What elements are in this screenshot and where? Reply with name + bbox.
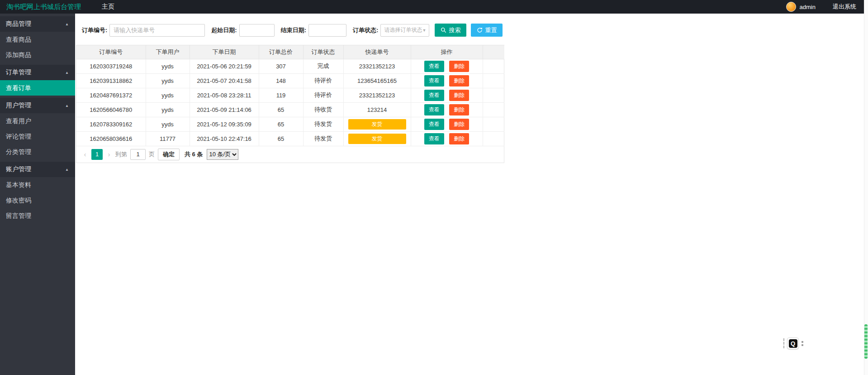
cell-total: 119 (259, 88, 303, 102)
search-button-label: 搜索 (449, 26, 460, 34)
order-no-label: 订单编号: (82, 26, 107, 34)
sidebar-group-label: 商品管理 (6, 20, 31, 28)
view-button[interactable]: 查看 (424, 61, 444, 72)
scrollbar-thumb[interactable] (864, 324, 868, 359)
cell-status: 待收货 (303, 102, 343, 117)
col-total: 订单总价 (259, 45, 303, 59)
nav-home-link[interactable]: 主页 (102, 3, 114, 11)
page-size-select[interactable]: 10 条/页 (207, 149, 238, 160)
ime-icon: Q (789, 339, 797, 348)
topbar-right: admin 退出系统 (786, 2, 868, 12)
cell-user: yyds (146, 59, 190, 73)
view-button[interactable]: 查看 (424, 75, 444, 87)
reset-button-label: 重置 (485, 26, 497, 34)
cell-date: 2021-05-09 21:14:06 (190, 102, 259, 117)
prev-page-button[interactable]: ‹ (82, 150, 88, 158)
delete-button[interactable]: 删除 (449, 119, 469, 130)
ime-toolbar[interactable]: Q (783, 337, 803, 349)
cell-user: yyds (146, 73, 190, 88)
sidebar-group-label: 订单管理 (6, 68, 31, 77)
top-header: 淘书吧网上书城后台管理 主页 admin 退出系统 (0, 0, 868, 14)
col-empty (483, 45, 504, 59)
cell-user: 11777 (146, 131, 190, 146)
chevron-up-icon: ▲ (65, 104, 69, 108)
sidebar-group-account[interactable]: 账户管理 ▲ (0, 162, 75, 177)
sidebar-group-orders[interactable]: 订单管理 ▲ (0, 65, 75, 80)
cell-status: 待评价 (303, 88, 343, 102)
cell-status: 完成 (303, 59, 343, 73)
cell-empty (483, 88, 504, 102)
ship-button[interactable]: 发货 (348, 119, 406, 130)
cell-order-no: 1620566046780 (76, 102, 146, 117)
next-page-button[interactable]: › (106, 150, 112, 158)
cell-order-no: 1620783309162 (76, 117, 146, 131)
cell-date: 2021-05-08 23:28:11 (190, 88, 259, 102)
view-button[interactable]: 查看 (424, 133, 444, 144)
username[interactable]: admin (800, 4, 816, 10)
ime-button[interactable]: Q (787, 337, 799, 349)
cell-status: 待评价 (303, 73, 343, 88)
start-date-input[interactable] (239, 24, 275, 37)
sidebar-group-label: 账户管理 (6, 165, 31, 173)
confirm-page-button[interactable]: 确定 (158, 149, 180, 160)
sidebar-item-categories[interactable]: 分类管理 (0, 144, 75, 159)
cell-actions: 查看 删除 (411, 59, 483, 73)
cell-status: 待发货 (303, 117, 343, 131)
chevron-up-icon: ▲ (65, 168, 69, 172)
table-row: 1620391318862 yyds 2021-05-07 20:41:58 1… (76, 73, 504, 88)
cell-empty (483, 59, 504, 73)
delete-button[interactable]: 删除 (449, 90, 469, 101)
cell-date: 2021-05-10 22:47:16 (190, 131, 259, 146)
ime-handle-icon[interactable] (802, 341, 803, 346)
view-button[interactable]: 查看 (424, 90, 444, 101)
cell-status: 待发货 (303, 131, 343, 146)
scrollbar-track[interactable] (864, 0, 868, 375)
end-date-input[interactable] (308, 24, 346, 37)
ime-grip-icon[interactable] (783, 338, 784, 348)
view-button[interactable]: 查看 (424, 104, 444, 115)
avatar[interactable] (786, 2, 796, 12)
ship-button[interactable]: 发货 (348, 134, 406, 144)
sidebar-item-view-products[interactable]: 查看商品 (0, 32, 75, 47)
delete-button[interactable]: 删除 (449, 75, 469, 87)
cell-actions: 查看 删除 (411, 73, 483, 88)
sidebar-item-profile[interactable]: 基本资料 (0, 177, 75, 192)
page-unit-label: 页 (149, 150, 155, 159)
delete-button[interactable]: 删除 (449, 104, 469, 115)
delete-button[interactable]: 删除 (449, 61, 469, 72)
view-button[interactable]: 查看 (424, 119, 444, 130)
sidebar-group-label: 用户管理 (6, 101, 31, 110)
cell-date: 2021-05-07 20:41:58 (190, 73, 259, 88)
col-tracking: 快递单号 (343, 45, 411, 59)
cell-tracking: 123654165165 (343, 73, 411, 88)
delete-button[interactable]: 删除 (449, 133, 469, 144)
logout-button[interactable]: 退出系统 (833, 3, 856, 11)
sidebar-group-products[interactable]: 商品管理 ▲ (0, 16, 75, 32)
search-icon (441, 27, 446, 33)
reset-button[interactable]: 重置 (471, 24, 503, 37)
sidebar: 商品管理 ▲ 查看商品 添加商品 订单管理 ▲ 查看订单 用户管理 ▲ 查看用户… (0, 14, 75, 375)
order-status-select[interactable]: 请选择订单状态 ▼ (380, 24, 429, 37)
sidebar-group-users[interactable]: 用户管理 ▲ (0, 98, 75, 113)
col-actions: 操作 (411, 45, 483, 59)
refresh-icon (477, 27, 483, 33)
cell-actions: 查看 删除 (411, 88, 483, 102)
chevron-up-icon: ▲ (65, 71, 69, 75)
sidebar-item-view-orders[interactable]: 查看订单 (0, 80, 75, 96)
chevron-up-icon: ▲ (65, 22, 69, 26)
sidebar-item-view-users[interactable]: 查看用户 (0, 113, 75, 129)
sidebar-item-messages[interactable]: 留言管理 (0, 208, 75, 223)
end-date-label: 结束日期: (281, 26, 306, 34)
filter-bar: 订单编号: 起始日期: 结束日期: 订单状态: 请选择订单状态 ▼ 搜索 重置 (75, 14, 868, 37)
cell-user: yyds (146, 102, 190, 117)
search-button[interactable]: 搜索 (435, 24, 466, 37)
order-no-input[interactable] (109, 24, 205, 37)
current-page[interactable]: 1 (91, 149, 103, 160)
cell-user: yyds (146, 88, 190, 102)
total-count: 共 6 条 (185, 150, 203, 159)
sidebar-item-comments[interactable]: 评论管理 (0, 129, 75, 144)
cell-order-no: 1620391318862 (76, 73, 146, 88)
sidebar-item-add-product[interactable]: 添加商品 (0, 47, 75, 62)
goto-page-input[interactable] (130, 149, 146, 160)
sidebar-item-change-password[interactable]: 修改密码 (0, 192, 75, 208)
